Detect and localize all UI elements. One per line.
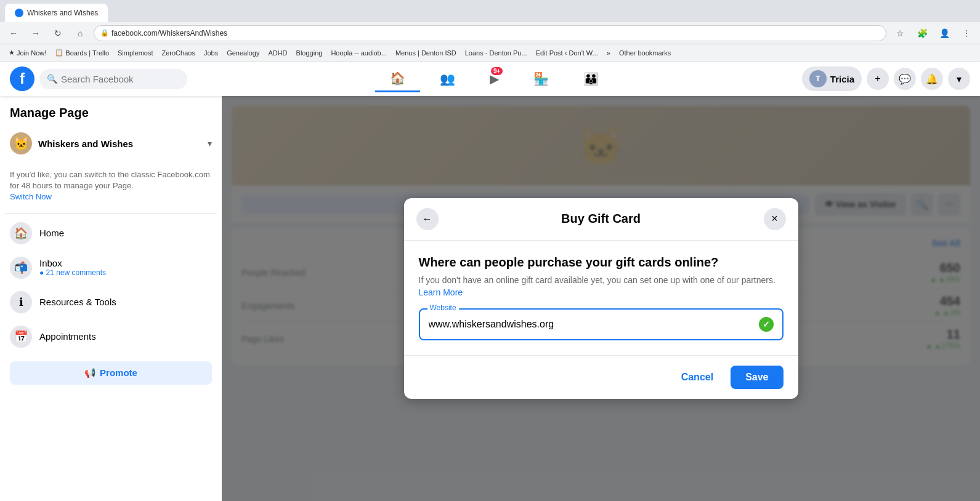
modal-title: Buy Gift Card (439, 212, 764, 226)
appointments-sidebar-icon: 📅 (10, 326, 32, 348)
appointments-sidebar-label: Appointments (39, 331, 96, 342)
user-profile-chip[interactable]: T Tricia (802, 66, 862, 91)
manage-page-title: Manage Page (5, 106, 217, 127)
inbox-sidebar-content: Inbox ● 21 new comments (39, 258, 106, 277)
bookmark-label: Other bookmarks (619, 49, 671, 57)
bookmark-join-now[interactable]: ★ Join Now! (5, 47, 50, 58)
page-avatar: 🐱 (10, 132, 32, 154)
watch-badge: 9+ (491, 67, 503, 75)
bookmark-label: Boards | Trello (65, 49, 109, 57)
website-label: Website (427, 303, 459, 312)
fb-search-bar[interactable]: 🔍 (39, 69, 187, 89)
fb-logo[interactable]: f (10, 66, 34, 91)
website-input-container: Website ✓ (419, 308, 784, 340)
bookmark-label: ZeroChaos (162, 49, 195, 57)
megaphone-icon: 📢 (84, 367, 96, 379)
cancel-button[interactable]: Cancel (671, 366, 723, 389)
bookmark-label: Edit Post ‹ Don't W... (536, 49, 598, 57)
tab-title: Whiskers and Wishes (27, 9, 98, 17)
lock-icon: 🔒 (100, 29, 109, 37)
tab-favicon (15, 9, 23, 17)
inbox-sublabel: ● 21 new comments (39, 268, 106, 277)
inbox-sidebar-icon: 📬 (10, 257, 32, 279)
bookmark-icon: ★ (9, 49, 15, 57)
profile-icon[interactable]: 👤 (936, 25, 953, 42)
bookmark-simplemost[interactable]: Simplemost (114, 48, 156, 58)
extensions-icon[interactable]: 🧩 (913, 25, 931, 42)
bookmark-other[interactable]: Other bookmarks (615, 48, 674, 58)
fb-nav: 🏠 👥 ▶ 9+ 🏪 👪 (187, 66, 802, 92)
sidebar-divider (5, 213, 217, 214)
resources-sidebar-icon: ℹ (10, 291, 32, 313)
search-icon: 🔍 (47, 74, 57, 84)
nav-marketplace[interactable]: 🏪 (519, 66, 564, 92)
home-sidebar-icon: 🏠 (10, 222, 32, 244)
fb-main: Manage Page 🐱 Whiskers and Wishes ▾ If y… (0, 96, 980, 501)
url-text: facebook.com/WhiskersAndWishes (111, 29, 227, 38)
sidebar-item-home[interactable]: 🏠 Home (5, 216, 217, 250)
browser-chrome: Whiskers and Wishes ← → ↻ ⌂ 🔒 facebook.c… (0, 0, 980, 62)
bookmark-jobs[interactable]: Jobs (200, 48, 222, 58)
search-input[interactable] (61, 74, 172, 84)
bookmark-adhd[interactable]: ADHD (264, 48, 291, 58)
home-button[interactable]: ⌂ (71, 25, 89, 42)
bookmark-label: Loans - Denton Pu... (465, 49, 527, 57)
address-bar[interactable]: 🔒 facebook.com/WhiskersAndWishes (94, 25, 886, 41)
nav-watch[interactable]: ▶ 9+ (475, 66, 514, 92)
modal-description: If you don't have an online gift card av… (419, 275, 784, 299)
bookmark-blogging[interactable]: Blogging (293, 48, 326, 58)
menu-icon[interactable]: ⋮ (958, 25, 975, 42)
bookmark-more[interactable]: » (603, 48, 614, 58)
notifications-button[interactable]: 🔔 (921, 68, 943, 90)
refresh-button[interactable]: ↻ (49, 25, 67, 42)
resources-sidebar-label: Resources & Tools (39, 297, 116, 307)
save-button[interactable]: Save (731, 366, 783, 389)
back-button[interactable]: ← (5, 25, 22, 42)
facebook-app: f 🔍 🏠 👥 ▶ 9+ 🏪 👪 T (0, 62, 980, 501)
switch-now-link[interactable]: Switch Now (10, 192, 52, 201)
messenger-button[interactable]: 💬 (894, 68, 916, 90)
modal-close-button[interactable]: × (764, 208, 786, 230)
bookmark-zerochaos[interactable]: ZeroChaos (158, 48, 199, 58)
bookmark-icon: 📋 (55, 49, 63, 57)
nav-groups[interactable]: 👪 (569, 66, 614, 92)
bookmark-menus[interactable]: Menus | Denton ISD (392, 48, 460, 58)
bookmark-trello[interactable]: 📋 Boards | Trello (51, 47, 113, 58)
website-input[interactable] (429, 319, 759, 330)
add-button[interactable]: + (867, 68, 889, 90)
back-arrow-icon: ← (423, 214, 432, 225)
bookmark-genealogy[interactable]: Genealogy (223, 48, 263, 58)
close-icon: × (771, 212, 778, 225)
page-selector[interactable]: 🐱 Whiskers and Wishes ▾ (5, 127, 217, 159)
bookmark-label: Simplemost (118, 49, 153, 57)
learn-more-link[interactable]: Learn More (419, 287, 463, 297)
home-sidebar-label: Home (39, 228, 64, 238)
active-tab[interactable]: Whiskers and Wishes (5, 4, 108, 22)
buy-gift-card-modal: ← Buy Gift Card × Where can people purch… (404, 198, 798, 399)
sidebar-item-appointments[interactable]: 📅 Appointments (5, 319, 217, 354)
sidebar-item-resources[interactable]: ℹ Resources & Tools (5, 285, 217, 319)
page-name-label: Whiskers and Wishes (38, 138, 201, 149)
bookmark-label: Hoopla -- audiob... (331, 49, 387, 57)
modal-header: ← Buy Gift Card × (404, 198, 798, 241)
bookmark-star-icon[interactable]: ☆ (891, 25, 909, 42)
modal-back-button[interactable]: ← (416, 208, 439, 230)
bookmark-label: Blogging (296, 49, 323, 57)
bookmark-hoopla[interactable]: Hoopla -- audiob... (327, 48, 391, 58)
browser-toolbar: ← → ↻ ⌂ 🔒 facebook.com/WhiskersAndWishes… (0, 22, 980, 44)
bookmark-edit-post[interactable]: Edit Post ‹ Don't W... (532, 48, 602, 58)
bookmark-label: Join Now! (17, 49, 46, 57)
avatar: T (809, 70, 827, 87)
page-dropdown-icon: ▾ (208, 138, 212, 148)
nav-friends[interactable]: 👥 (425, 66, 470, 92)
nav-home[interactable]: 🏠 (375, 66, 420, 92)
bookmarks-bar: ★ Join Now! 📋 Boards | Trello Simplemost… (0, 44, 980, 62)
modal-overlay: ← Buy Gift Card × Where can people purch… (222, 96, 980, 501)
forward-button[interactable]: → (27, 25, 44, 42)
promote-button[interactable]: 📢 📢 Promote Promote (10, 361, 212, 385)
menu-chevron-button[interactable]: ▾ (948, 68, 970, 90)
sidebar-item-inbox[interactable]: 📬 Inbox ● 21 new comments (5, 250, 217, 285)
bookmark-label: Jobs (204, 49, 218, 57)
modal-question: Where can people purchase your gift card… (419, 255, 784, 270)
bookmark-loans[interactable]: Loans - Denton Pu... (461, 48, 531, 58)
